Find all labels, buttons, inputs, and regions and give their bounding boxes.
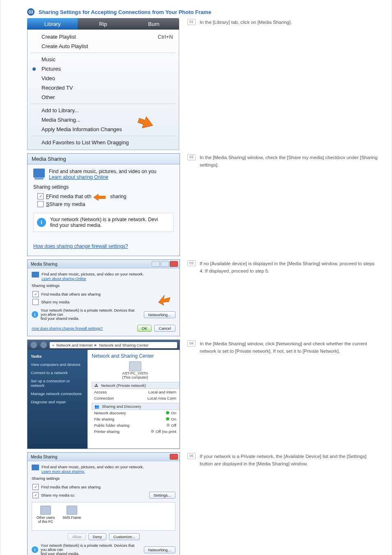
menu-create-auto-playlist[interactable]: Create Auto Playlist <box>28 42 179 51</box>
allow-button[interactable]: Allow <box>67 533 86 540</box>
step-text: If your network is a Private network, th… <box>200 453 379 468</box>
menu-pictures[interactable]: Pictures <box>28 64 179 74</box>
window-buttons[interactable] <box>152 261 178 267</box>
device-item[interactable]: SMS Frame <box>62 506 81 527</box>
info-icon: i <box>32 311 38 318</box>
networking-button[interactable]: Networking... <box>144 546 175 553</box>
menu-media-sharing[interactable]: Media Sharing... <box>28 115 179 125</box>
share-my-media-checkbox-row[interactable]: Share my media <box>32 298 175 306</box>
step-number: 04 <box>187 340 196 347</box>
media-sharing-dialog-small: Media Sharing Find and share music, pict… <box>27 259 180 336</box>
sidebar-item[interactable]: View computers and devices <box>31 362 84 367</box>
find-media-checkbox-row[interactable]: ✓Find media that others are sharing <box>32 483 175 491</box>
deny-button[interactable]: Deny <box>88 533 106 540</box>
step-number: 01 <box>187 19 196 25</box>
firewall-settings-link[interactable]: How does sharing change firewall setting… <box>33 243 128 249</box>
customize-button[interactable]: Customize... <box>109 533 140 540</box>
tasks-sidebar: Tasks View computers and devices Connect… <box>28 350 88 449</box>
sharing-icon <box>32 465 39 470</box>
checkbox-checked-icon: ✓ <box>37 193 44 199</box>
tab-rip[interactable]: Rip <box>78 18 128 30</box>
tab-burn[interactable]: Burn <box>129 18 179 30</box>
menu-music[interactable]: Music <box>28 55 179 64</box>
forward-button[interactable] <box>40 341 47 349</box>
share-my-media-to-checkbox-row[interactable]: ✓Share my media to: Settings... <box>32 491 175 500</box>
sharing-settings-heading: Sharing settings <box>33 184 174 190</box>
settings-button[interactable]: Settings... <box>149 492 175 499</box>
checkbox-icon <box>37 201 44 207</box>
sidebar-item[interactable]: Set up a connection or network <box>31 379 84 388</box>
menu-other[interactable]: Other <box>28 92 179 102</box>
learn-sharing-link[interactable]: Learn about sharing Online <box>49 174 108 180</box>
sharing-settings-heading: Sharing settings <box>32 476 175 481</box>
network-info-panel: i Your network (Network) is a private ne… <box>33 213 174 232</box>
find-media-checkbox-row[interactable]: ✓Find media that others are sharing <box>32 290 175 298</box>
dialog-intro-text: Find and share music, pictures, and vide… <box>42 465 144 469</box>
menu-create-playlist[interactable]: Create Playlist Ctrl+N <box>28 32 179 42</box>
dialog-intro-text: Find and share music, pictures, and vide… <box>42 272 144 276</box>
step-number: 02 <box>187 154 196 160</box>
step-number: 03 <box>187 260 196 266</box>
menu-video[interactable]: Video <box>28 74 179 83</box>
firewall-settings-link[interactable]: How does sharing change firewall setting… <box>32 326 103 331</box>
step-text: In the [Library] tab, click on [Media Sh… <box>200 19 292 26</box>
sharing-settings-heading: Sharing settings <box>32 283 175 288</box>
find-media-checkbox-row[interactable]: ✓ FFind media that oth sharing <box>33 192 174 200</box>
ok-button[interactable]: OK <box>137 325 152 332</box>
sidebar-item[interactable]: Connect to a network <box>31 370 84 375</box>
users-icon: 👥 <box>95 404 99 409</box>
sharing-icon <box>33 169 45 178</box>
networking-button[interactable]: Networking... <box>144 311 175 318</box>
step-text: If no [Available device] is displayed in… <box>200 260 379 275</box>
cancel-button[interactable]: Cancel <box>154 325 175 332</box>
back-button[interactable] <box>30 341 37 349</box>
callout-arrow-icon <box>157 293 171 306</box>
sidebar-heading: Tasks <box>31 354 84 358</box>
menu-recorded-tv[interactable]: Recorded TV <box>28 83 179 92</box>
sharing-icon <box>32 272 39 278</box>
tab-library[interactable]: Library <box>27 18 78 30</box>
available-devices-list: Other users of this PC SMS Frame <box>32 502 175 531</box>
info-icon: i <box>37 218 46 227</box>
svg-marker-2 <box>159 295 171 306</box>
svg-marker-1 <box>93 194 105 201</box>
dialog-title: Media Sharing <box>28 154 180 164</box>
menu-apply-media-info[interactable]: Apply Media Information Changes <box>28 125 179 134</box>
learn-sharing-link[interactable]: Learn about sharing Online <box>42 277 86 281</box>
page-title: Network and Sharing Center <box>92 353 179 359</box>
media-sharing-dialog-devices: Media Sharing Find and share music, pict… <box>27 452 180 555</box>
step-text: In the [Media Sharing] window, click [Ne… <box>200 340 379 355</box>
selected-dot-icon <box>32 67 36 71</box>
menu-add-to-library[interactable]: Add to Library... <box>28 106 179 115</box>
sidebar-item[interactable]: Manage network connections <box>31 391 84 396</box>
info-icon: i <box>32 546 38 553</box>
dialog-intro-text: Find and share music, pictures, and vide… <box>49 169 156 174</box>
device-item[interactable]: Other users of this PC <box>35 506 56 527</box>
network-group-header[interactable]: 🖧 Network (Private network) <box>92 382 179 389</box>
step-text: In the [Media Sharing] window, check the… <box>200 154 379 169</box>
shortcut-label: Ctrl+N <box>158 34 173 40</box>
wmp-library-menu: Library Rip Burn Create Playlist Ctrl+N … <box>27 18 179 150</box>
sharing-discovery-header[interactable]: 👥 Sharing and Discovery <box>92 403 179 410</box>
media-sharing-dialog: Media Sharing Find and share music, pict… <box>27 153 180 256</box>
breadcrumb[interactable]: « Network and Internet▶ Network and Shar… <box>50 342 177 348</box>
dialog-title: Media Sharing <box>31 262 57 266</box>
section-title: Sharing Settings for Accepting Connectio… <box>39 9 211 15</box>
section-badge: 03 <box>27 8 35 16</box>
learn-more-link[interactable]: Learn more about sharing. <box>42 469 85 474</box>
network-icon: 🖧 <box>95 383 99 388</box>
menu-add-favorites[interactable]: Add Favorites to List When Dragging <box>28 138 179 147</box>
sidebar-item[interactable]: Diagnose and repair <box>31 400 84 404</box>
step-number: 05 <box>187 453 196 459</box>
this-computer-icon: AST-PC_VISTA (This computer) <box>92 361 179 379</box>
window-buttons[interactable] <box>170 454 178 460</box>
network-sharing-center-window: « Network and Internet▶ Network and Shar… <box>27 340 180 449</box>
dialog-title: Media Sharing <box>31 455 57 459</box>
share-my-media-checkbox-row[interactable]: SShare my media <box>33 200 174 208</box>
